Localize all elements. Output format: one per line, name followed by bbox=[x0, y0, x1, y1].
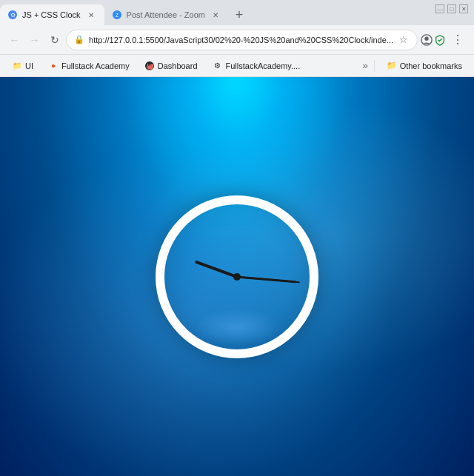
tab-zoom[interactable]: Z Post Attendee - Zoom ✕ bbox=[104, 4, 229, 25]
maximize-button[interactable]: □ bbox=[447, 4, 456, 13]
bookmark-favicon-fullstack-2: ⚙ bbox=[213, 61, 223, 71]
tab-strip: ⚙ JS + CSS Clock ✕ Z Post Attendee - Zoo… bbox=[0, 0, 428, 25]
tab-favicon-2: Z bbox=[112, 10, 122, 20]
refresh-button[interactable]: ↻ bbox=[46, 30, 63, 50]
clock-inner bbox=[164, 204, 310, 349]
close-button[interactable]: ✕ bbox=[459, 4, 468, 13]
other-bookmarks[interactable]: 📁 Other bookmarks bbox=[381, 58, 468, 73]
back-button[interactable]: ← bbox=[6, 30, 23, 50]
bookmarks-overflow: » 📁 Other bookmarks bbox=[362, 58, 468, 73]
bookmark-favicon-dashboard: 🐙 bbox=[144, 61, 155, 71]
url-text: http://127.0.0.1:5500/JavaScript30/02%20… bbox=[89, 36, 393, 44]
overflow-chevron[interactable]: » bbox=[362, 60, 367, 71]
svg-text:Z: Z bbox=[115, 13, 118, 18]
bookmark-fullstack[interactable]: ● Fullstack Academy bbox=[42, 58, 136, 73]
tab-favicon-1: ⚙ bbox=[7, 10, 18, 20]
title-bar: ⚙ JS + CSS Clock ✕ Z Post Attendee - Zoo… bbox=[0, 0, 474, 25]
extensions-button[interactable]: ⋮ bbox=[447, 30, 468, 50]
bookmark-label-dashboard: Dashboard bbox=[158, 61, 198, 70]
window-controls: — □ ✕ bbox=[428, 0, 474, 13]
hour-hand bbox=[195, 260, 238, 278]
tab-js-css-clock[interactable]: ⚙ JS + CSS Clock ✕ bbox=[0, 4, 104, 25]
clock-container bbox=[156, 195, 318, 358]
bookmark-label-ui: UI bbox=[25, 61, 33, 70]
bookmark-dashboard[interactable]: 🐙 Dashboard bbox=[138, 58, 204, 73]
toolbar-right: ⋮ bbox=[421, 30, 468, 50]
toolbar: ← → ↻ 🔒 http://127.0.0.1:5500/JavaScript… bbox=[0, 25, 474, 55]
other-bookmarks-favicon: 📁 bbox=[387, 61, 397, 70]
svg-text:🐙: 🐙 bbox=[145, 61, 154, 70]
bookmark-favicon-ui: 📁 bbox=[12, 61, 22, 71]
shield-icon[interactable] bbox=[434, 34, 446, 46]
bookmark-ui[interactable]: 📁 UI bbox=[6, 58, 39, 73]
address-bar[interactable]: 🔒 http://127.0.0.1:5500/JavaScript30/02%… bbox=[66, 30, 418, 50]
second-hand bbox=[237, 276, 300, 283]
forward-button[interactable]: → bbox=[26, 30, 43, 50]
clock-glow bbox=[193, 309, 281, 346]
bookmark-fullstack-2[interactable]: ⚙ FullstackAcademy.... bbox=[207, 58, 307, 73]
bookmark-star-icon[interactable]: ☆ bbox=[398, 34, 410, 46]
tab-title-1: JS + CSS Clock bbox=[22, 10, 81, 19]
tab-close-1[interactable]: ✕ bbox=[85, 9, 97, 21]
profile-button[interactable] bbox=[421, 34, 433, 46]
svg-text:⚙: ⚙ bbox=[10, 12, 16, 19]
other-bookmarks-label: Other bookmarks bbox=[400, 61, 462, 70]
bookmark-favicon-fullstack: ● bbox=[48, 61, 59, 71]
svg-point-5 bbox=[424, 36, 428, 40]
page-content bbox=[0, 77, 474, 476]
clock-face bbox=[156, 195, 318, 358]
bookmark-label-fullstack-2: FullstackAcademy.... bbox=[226, 61, 301, 70]
secure-icon: 🔒 bbox=[74, 35, 84, 44]
browser-frame: ⚙ JS + CSS Clock ✕ Z Post Attendee - Zoo… bbox=[0, 0, 474, 476]
minimize-button[interactable]: — bbox=[435, 4, 444, 13]
center-dot bbox=[233, 273, 241, 281]
tab-close-2[interactable]: ✕ bbox=[210, 9, 221, 21]
new-tab-button[interactable]: + bbox=[229, 4, 250, 25]
bookmarks-bar: 📁 UI ● Fullstack Academy 🐙 Dashboard ⚙ F… bbox=[0, 55, 474, 77]
tab-title-2: Post Attendee - Zoom bbox=[127, 10, 205, 19]
bookmark-label-fullstack: Fullstack Academy bbox=[61, 61, 130, 70]
